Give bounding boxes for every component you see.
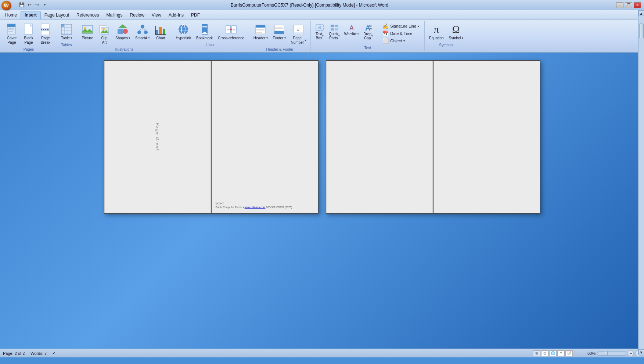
office-button[interactable]: W (1, 1, 11, 10)
menu-review[interactable]: Review (126, 11, 148, 19)
svg-rect-15 (61, 24, 64, 27)
page-number-icon: # (292, 24, 304, 35)
menu-page-layout[interactable]: Page Layout (41, 11, 73, 19)
menu-mailings[interactable]: Mailings (102, 11, 126, 19)
svg-rect-32 (163, 29, 165, 35)
text-group-label: Text (313, 45, 422, 51)
page-info: Page: 2 of 2 (3, 351, 25, 356)
svg-point-25 (141, 25, 144, 28)
quick-parts-button[interactable]: QuickParts▾ (327, 22, 342, 41)
window-title: BurrisComputerFormsGC5X7 (Read-Only) [Co… (3, 3, 616, 8)
hyperlink-icon (177, 24, 189, 35)
object-label: Object (390, 39, 402, 43)
scroll-thumb[interactable] (639, 24, 644, 38)
footer-button[interactable]: Footer▾ (271, 22, 288, 42)
document-area: Page Break GC5X7 Burris Computer Forms •… (0, 53, 644, 349)
page-break-button[interactable]: PageBreak (37, 22, 54, 46)
menu-references[interactable]: References (73, 11, 102, 19)
header-icon (255, 24, 266, 35)
page-number-label: PageNumber▾ (291, 36, 306, 45)
title-bar: W 💾 ↩ ↪ ▾ BurrisComputerFormsGC5X7 (Read… (0, 0, 644, 10)
hyperlink-label: Hyperlink (176, 36, 191, 40)
redo-button[interactable]: ↪ (34, 1, 40, 8)
spell-check: ✓ (53, 351, 56, 356)
zoom-level: 60% (587, 351, 596, 356)
scroll-up-button[interactable]: ▲ (638, 10, 644, 16)
wordart-button[interactable]: A WordArt▾ (342, 22, 361, 41)
page-number-button[interactable]: # PageNumber▾ (289, 22, 309, 46)
close-button[interactable]: ✕ (634, 2, 641, 8)
table-icon (61, 24, 72, 35)
print-layout-button[interactable]: ⊞ (533, 350, 540, 356)
drop-cap-icon: A bc de (364, 23, 373, 32)
text-box-button[interactable]: A| TextBox▾ (313, 22, 326, 41)
footer-line1: GC5X7 (216, 202, 292, 206)
web-layout-button[interactable]: 🌐 (549, 350, 557, 356)
draft-button[interactable]: 📝 (565, 350, 573, 356)
blank-page-icon (23, 24, 35, 35)
save-button[interactable]: 💾 (18, 1, 25, 8)
menu-view[interactable]: View (148, 11, 165, 19)
picture-label: Picture (82, 36, 93, 40)
cover-page-label: CoverPage (7, 36, 17, 45)
table-button[interactable]: Table▾ (58, 22, 75, 42)
bookmark-label: Bookmark (196, 36, 213, 40)
ribbon-group-text: A| TextBox▾ (311, 21, 425, 51)
page-1[interactable]: Page Break (104, 61, 211, 213)
left-page-spread: Page Break GC5X7 Burris Computer Forms •… (104, 60, 319, 214)
restore-button[interactable]: ❐ (625, 2, 632, 8)
outline-button[interactable]: ≡ (557, 350, 565, 356)
header-button[interactable]: Header▾ (251, 22, 270, 42)
wordart-icon: A (347, 23, 356, 32)
links-group-label: Links (173, 42, 246, 48)
svg-rect-52 (256, 25, 265, 28)
pages-group-label: Pages (4, 46, 54, 52)
menu-insert[interactable]: Insert (21, 11, 41, 19)
full-screen-reading-button[interactable]: ⊡ (541, 350, 548, 356)
menu-add-ins[interactable]: Add-Ins (165, 11, 187, 19)
equation-button[interactable]: π Equation (427, 22, 446, 42)
quick-access-toolbar: 💾 ↩ ↪ ▾ (18, 1, 48, 8)
chart-button[interactable]: Chart (152, 22, 169, 42)
zoom-out-button[interactable]: − (628, 350, 634, 356)
svg-rect-69 (335, 28, 338, 31)
blank-page-button[interactable]: BlankPage (21, 22, 37, 46)
date-time-label: Date & Time (390, 31, 413, 36)
object-button[interactable]: ⬜ Object▾ (381, 38, 421, 44)
svg-point-21 (102, 28, 105, 30)
scroll-down-button[interactable]: ▼ (638, 349, 644, 355)
symbol-button[interactable]: Ω Symbol▾ (447, 22, 465, 42)
bookmark-icon (199, 24, 211, 35)
picture-button[interactable]: Picture (79, 22, 96, 42)
scroll-track[interactable] (639, 16, 644, 349)
page-1-content: Page Break (105, 61, 211, 213)
customize-quick-access-button[interactable]: ▾ (42, 1, 48, 8)
window-controls: ─ ❐ ✕ (616, 2, 641, 8)
minimize-button[interactable]: ─ (616, 2, 623, 8)
page-3[interactable] (326, 61, 433, 213)
hyperlink-button[interactable]: Hyperlink (173, 22, 193, 42)
page-4[interactable] (433, 61, 540, 213)
clip-art-button[interactable]: ClipArt (96, 22, 112, 46)
bookmark-button[interactable]: Bookmark (194, 22, 215, 42)
quick-parts-icon (330, 23, 339, 32)
signature-line-button[interactable]: ✍ Signature Line▾ (381, 23, 421, 29)
equation-icon: π (431, 24, 442, 35)
menu-home[interactable]: Home (1, 11, 21, 19)
status-bar: Page: 2 of 2 Words: 7 ✓ ⊞ ⊡ 🌐 ≡ 📝 60% − … (0, 349, 644, 357)
cross-reference-button[interactable]: Cross-reference (216, 22, 247, 42)
chart-icon (155, 24, 166, 35)
undo-button[interactable]: ↩ (26, 1, 33, 8)
menu-pdf[interactable]: PDF (187, 11, 204, 19)
footer-link[interactable]: www.pcforms.com (245, 206, 266, 208)
zoom-slider[interactable] (597, 351, 626, 356)
date-time-button[interactable]: 📅 Date & Time (381, 30, 421, 37)
ribbon-group-symbols: π Equation Ω Symbol▾ Symbols (425, 21, 468, 48)
svg-rect-8 (41, 31, 49, 35)
tables-group-label: Tables (58, 42, 75, 48)
cover-page-button[interactable]: CoverPage (4, 22, 20, 46)
page-2[interactable]: GC5X7 Burris Computer Forms • www.pcform… (212, 61, 318, 213)
shapes-button[interactable]: Shapes▾ (113, 22, 132, 42)
smartart-button[interactable]: SmartArt (133, 22, 152, 42)
drop-cap-button[interactable]: A bc de DropCap▾ (361, 22, 375, 41)
